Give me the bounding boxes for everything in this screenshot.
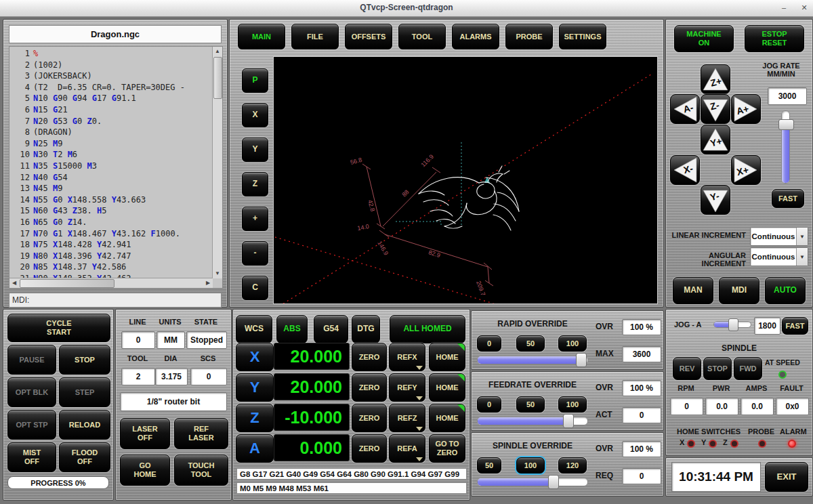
jog-a-rate-value[interactable]: 1800 [754, 317, 780, 335]
cycle-start-button[interactable]: CYCLE START [7, 314, 110, 342]
chevron-down-icon[interactable]: ▼ [796, 228, 808, 245]
ref-z-button[interactable]: REFZ [389, 404, 425, 432]
ref-laser-button[interactable]: REF LASER [174, 418, 228, 449]
tab-file[interactable]: FILE [291, 24, 339, 49]
override-preset-0[interactable]: 0 [477, 335, 501, 352]
override-preset-120[interactable]: 120 [558, 457, 587, 474]
jog-a-fast-button[interactable]: FAST [782, 317, 808, 335]
reload-button[interactable]: RELOAD [59, 410, 110, 440]
jog-y-minus-button[interactable]: Y- [701, 185, 730, 215]
estop-reset-button[interactable]: ESTOP RESET [745, 25, 804, 52]
tab-offsets[interactable]: OFFSETS [345, 24, 392, 49]
view-button-y[interactable]: Y [242, 138, 268, 162]
flood-button[interactable]: FLOOD OFF [59, 442, 110, 472]
graphics-preview[interactable]: 56.842.814.0146.988116.982.9209.7 [273, 56, 658, 304]
step-button[interactable]: STEP [59, 377, 110, 407]
ref-y-button[interactable]: REFY [389, 373, 425, 402]
view-button-p[interactable]: P [242, 68, 268, 93]
view-button-x[interactable]: X [242, 103, 268, 127]
optional-stop-button[interactable]: OPT STP [7, 410, 56, 440]
override-preset-50[interactable]: 50 [516, 335, 545, 352]
zero-a-button[interactable]: ZERO [352, 434, 387, 463]
jog-rate-slider[interactable] [781, 110, 790, 184]
tab-alarms[interactable]: ALARMS [452, 24, 499, 49]
view-button-minus[interactable]: - [242, 241, 268, 266]
gcode-vertical-scrollbar[interactable]: ▲ ▼ [212, 47, 222, 278]
view-button-c[interactable]: C [242, 276, 268, 300]
override-preset-50[interactable]: 50 [516, 396, 545, 413]
override-preset-100[interactable]: 100 [558, 335, 587, 352]
gcode-viewer[interactable]: 1%2(1002)3(JOKERSBACK)4(T2 D=6.35 CR=0. … [9, 46, 223, 289]
jog-fast-button[interactable]: FAST [772, 189, 804, 208]
zero-z-button[interactable]: ZERO [352, 404, 387, 432]
stop-button[interactable]: STOP [59, 345, 110, 375]
axis-select-x[interactable]: X [236, 343, 274, 371]
jog-a-slider[interactable] [713, 321, 751, 328]
spindle-rev-button[interactable]: REV [673, 357, 701, 380]
scroll-left-icon[interactable]: ◀ [9, 278, 19, 288]
jog-x-minusplus-button[interactable]: X+ [731, 155, 761, 185]
override-preset-50[interactable]: 50 [477, 457, 501, 474]
spindle-fwd-button[interactable]: FWD [734, 357, 762, 380]
override-slider[interactable] [477, 478, 588, 486]
home-z-button[interactable]: HOME [429, 404, 465, 432]
mdi-mode-button[interactable]: MDI [719, 277, 759, 304]
home-x-button[interactable]: HOME [429, 343, 465, 371]
chevron-down-icon[interactable]: ▼ [796, 248, 808, 266]
go-to-zero-a-button[interactable]: GO TO ZERO [429, 434, 465, 463]
gcode-vscroll-thumb[interactable] [213, 57, 222, 99]
jog-z-minusplus-button[interactable]: Z+ [701, 64, 730, 94]
g54-button[interactable]: G54 [314, 315, 348, 343]
view-button-z[interactable]: Z [242, 172, 268, 196]
override-slider[interactable] [477, 356, 588, 364]
minimize-button[interactable]: – [778, 2, 790, 13]
optional-block-button[interactable]: OPT BLK [7, 377, 56, 407]
jog-a-minus-button[interactable]: A- [670, 94, 700, 124]
man-mode-button[interactable]: MAN [673, 277, 713, 304]
jog-rate-value[interactable]: 3000 [768, 87, 807, 105]
dtg-button[interactable]: DTG [352, 315, 380, 343]
tab-tool[interactable]: TOOL [398, 24, 446, 49]
jog-y-minusplus-button[interactable]: Y+ [701, 125, 730, 154]
tab-probe[interactable]: PROBE [505, 24, 553, 49]
wcs-button[interactable]: WCS [236, 315, 272, 343]
view-button-plus[interactable]: + [242, 207, 268, 231]
angular-increment-dropdown[interactable]: Continuous ▼ [750, 247, 808, 266]
scroll-up-icon[interactable]: ▲ [213, 47, 222, 56]
ref-a-button[interactable]: REFA [389, 434, 425, 463]
mist-button[interactable]: MIST OFF [7, 442, 56, 472]
scroll-right-icon[interactable]: ▶ [203, 278, 213, 288]
auto-mode-button[interactable]: AUTO [765, 277, 806, 304]
gcode-horizontal-scrollbar[interactable]: ◀ ▶ [9, 278, 213, 288]
close-button[interactable]: ✕ [798, 2, 810, 13]
ref-x-button[interactable]: REFX [389, 343, 425, 371]
override-preset-0[interactable]: 0 [477, 396, 501, 413]
spindle-stop-button[interactable]: STOP [703, 357, 732, 380]
pause-button[interactable]: PAUSE [7, 345, 56, 375]
jog-x-minus-button[interactable]: X- [670, 155, 700, 185]
override-preset-100[interactable]: 100 [516, 457, 545, 474]
axis-select-y[interactable]: Y [236, 373, 274, 402]
override-slider[interactable] [477, 417, 588, 425]
touch-tool-button[interactable]: TOUCH TOOL [174, 455, 228, 486]
linear-increment-dropdown[interactable]: Continuous ▼ [750, 227, 808, 246]
all-homed-button[interactable]: ALL HOMED [390, 315, 465, 343]
machine-on-button[interactable]: MACHINE ON [674, 25, 734, 52]
home-y-button[interactable]: HOME [429, 373, 465, 402]
zero-y-button[interactable]: ZERO [352, 373, 387, 402]
axis-select-z[interactable]: Z [236, 404, 274, 432]
mdi-input[interactable]: MDI: [9, 293, 222, 308]
jog-a-minusplus-button[interactable]: A+ [731, 94, 761, 124]
zero-x-button[interactable]: ZERO [352, 343, 387, 371]
laser-button[interactable]: LASER OFF [120, 418, 170, 449]
scroll-down-icon[interactable]: ▼ [213, 269, 222, 278]
gcode-hscroll-thumb[interactable] [20, 279, 114, 288]
exit-button[interactable]: EXIT [765, 462, 808, 492]
go-home-button[interactable]: GO HOME [120, 455, 170, 486]
axis-select-a[interactable]: A [236, 434, 274, 463]
tab-main[interactable]: MAIN [238, 24, 285, 49]
jog-z-minus-button[interactable]: Z- [701, 94, 730, 124]
tab-settings[interactable]: SETTINGS [559, 24, 606, 49]
override-preset-100[interactable]: 100 [558, 396, 587, 413]
abs-button[interactable]: ABS [276, 315, 308, 343]
